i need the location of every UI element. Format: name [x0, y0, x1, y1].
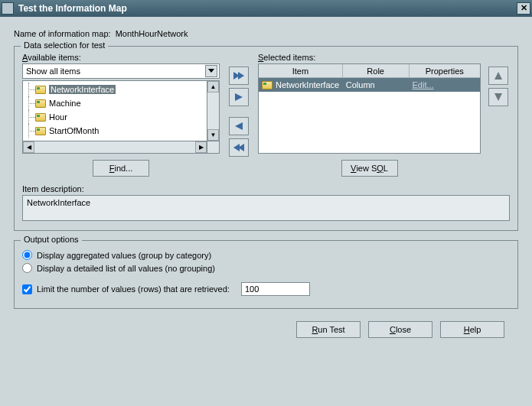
limit-checkbox[interactable] [22, 284, 32, 294]
view-sql-button[interactable]: View SQL [341, 160, 398, 177]
table-header: Item Role Properties [259, 64, 480, 78]
map-name-label: Name of information map: [14, 29, 111, 38]
svg-marker-6 [233, 144, 240, 151]
cell-role: Column [343, 78, 410, 92]
folder-icon [35, 86, 46, 94]
find-button[interactable]: Find... [93, 160, 149, 177]
available-items-list[interactable]: NetworkInterfaceMachineHourStartOfMonth … [22, 80, 220, 154]
cell-item: NetworkInterface [259, 78, 343, 92]
svg-marker-2 [238, 72, 244, 80]
list-item-label: Machine [49, 99, 81, 108]
radio-aggregated[interactable] [22, 250, 32, 260]
list-item[interactable]: StartOfMonth [24, 124, 205, 138]
scrollbar-corner [207, 141, 219, 153]
data-selection-legend: Data selection for test [21, 41, 108, 50]
svg-marker-0 [208, 69, 214, 73]
svg-marker-8 [494, 93, 502, 101]
output-options-group: Output options Display aggregated values… [14, 240, 518, 309]
scroll-left-icon[interactable]: ◀ [23, 141, 34, 153]
limit-input[interactable] [241, 282, 310, 296]
chevron-down-icon[interactable] [205, 65, 217, 77]
folder-icon [35, 99, 46, 108]
add-button[interactable] [229, 88, 249, 106]
selected-items-table[interactable]: Item Role Properties NetworkInterfaceCol… [258, 63, 481, 154]
limit-label: Limit the number of values (rows) that a… [37, 284, 230, 294]
combo-value: Show all items [26, 67, 80, 76]
cell-properties-link[interactable]: Edit... [410, 78, 480, 92]
dialog-footer: Run Test Close Help [14, 318, 518, 338]
table-row[interactable]: NetworkInterfaceColumnEdit... [259, 78, 480, 92]
item-description-label: Item description: [22, 184, 510, 193]
move-down-button[interactable] [488, 88, 508, 106]
run-test-button[interactable]: Run Test [296, 321, 361, 338]
scroll-right-icon[interactable]: ▶ [195, 141, 207, 153]
remove-all-button[interactable] [229, 138, 249, 157]
map-name-row: Name of information map: MonthHourNetwor… [14, 29, 518, 38]
scrollbar-horizontal[interactable]: ◀ ▶ [23, 141, 207, 153]
radio-aggregated-label: Display aggregated values (group by cate… [37, 251, 211, 260]
move-up-button[interactable] [488, 67, 508, 85]
scroll-up-icon[interactable]: ▲ [207, 81, 219, 93]
folder-icon [262, 81, 273, 89]
list-item[interactable]: Machine [24, 96, 205, 110]
radio-detailed-label: Display a detailed list of all values (n… [37, 264, 215, 273]
col-role: Role [343, 64, 410, 78]
window-close-button[interactable]: ✕ [517, 2, 530, 15]
svg-marker-7 [494, 72, 502, 80]
app-icon [2, 2, 14, 15]
data-selection-group: Data selection for test Available items:… [14, 46, 518, 231]
scroll-down-icon[interactable]: ▼ [207, 129, 219, 141]
folder-icon [35, 113, 46, 122]
item-description-value: NetworkInterface [27, 198, 90, 207]
add-all-button[interactable] [229, 67, 249, 85]
col-properties: Properties [410, 64, 480, 78]
titlebar: Test the Information Map ✕ [0, 0, 532, 17]
item-description-box: NetworkInterface [22, 195, 510, 221]
folder-icon [35, 127, 46, 135]
map-name-value: MonthHourNetwork [116, 29, 188, 38]
remove-button[interactable] [229, 117, 249, 135]
svg-marker-4 [235, 122, 243, 130]
close-button[interactable]: Close [368, 321, 432, 338]
selected-items-label: Selected items: [258, 53, 481, 62]
output-options-legend: Output options [21, 235, 82, 244]
list-item-label: StartOfMonth [49, 126, 99, 135]
list-item[interactable]: Hour [24, 110, 205, 124]
col-item: Item [259, 64, 343, 78]
scrollbar-vertical[interactable]: ▲ ▼ [207, 81, 219, 141]
help-button[interactable]: Help [440, 321, 504, 338]
list-item-label: Hour [49, 112, 67, 122]
svg-marker-3 [235, 93, 243, 101]
available-items-label: Available items: [22, 53, 220, 62]
window-title: Test the Information Map [18, 3, 517, 14]
available-filter-combo[interactable]: Show all items [22, 63, 220, 79]
radio-detailed[interactable] [22, 263, 32, 273]
list-item-label: NetworkInterface [49, 85, 116, 94]
list-item[interactable]: NetworkInterface [24, 83, 205, 96]
